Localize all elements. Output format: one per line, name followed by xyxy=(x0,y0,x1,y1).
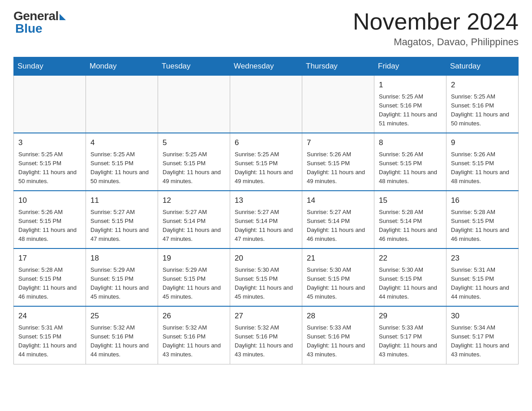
calendar-cell: 8Sunrise: 5:26 AM Sunset: 5:15 PM Daylig… xyxy=(374,133,446,191)
calendar-cell: 9Sunrise: 5:26 AM Sunset: 5:15 PM Daylig… xyxy=(446,133,519,191)
day-info: Sunrise: 5:25 AM Sunset: 5:16 PM Dayligh… xyxy=(451,92,514,128)
calendar-week-row: 3Sunrise: 5:25 AM Sunset: 5:15 PM Daylig… xyxy=(14,133,519,191)
day-info: Sunrise: 5:26 AM Sunset: 5:15 PM Dayligh… xyxy=(379,150,442,186)
calendar-week-row: 10Sunrise: 5:26 AM Sunset: 5:15 PM Dayli… xyxy=(14,191,519,248)
day-info: Sunrise: 5:27 AM Sunset: 5:14 PM Dayligh… xyxy=(307,208,369,244)
calendar-cell: 23Sunrise: 5:31 AM Sunset: 5:15 PM Dayli… xyxy=(446,248,519,306)
calendar-header-row: SundayMondayTuesdayWednesdayThursdayFrid… xyxy=(14,57,519,76)
day-number: 24 xyxy=(18,310,81,322)
logo: General Blue xyxy=(13,9,66,36)
calendar-cell: 27Sunrise: 5:32 AM Sunset: 5:16 PM Dayli… xyxy=(230,306,302,364)
calendar-cell: 6Sunrise: 5:25 AM Sunset: 5:15 PM Daylig… xyxy=(230,133,302,191)
calendar-week-row: 17Sunrise: 5:28 AM Sunset: 5:15 PM Dayli… xyxy=(14,248,519,306)
calendar-cell: 11Sunrise: 5:27 AM Sunset: 5:15 PM Dayli… xyxy=(86,191,158,248)
day-info: Sunrise: 5:28 AM Sunset: 5:15 PM Dayligh… xyxy=(18,265,81,302)
day-info: Sunrise: 5:25 AM Sunset: 5:15 PM Dayligh… xyxy=(90,150,153,186)
calendar-cell: 1Sunrise: 5:25 AM Sunset: 5:16 PM Daylig… xyxy=(374,76,446,133)
day-header-saturday: Saturday xyxy=(446,57,519,76)
day-number: 18 xyxy=(90,253,153,264)
day-number: 13 xyxy=(235,195,297,206)
day-header-friday: Friday xyxy=(374,57,446,76)
day-number: 12 xyxy=(163,195,225,206)
day-info: Sunrise: 5:27 AM Sunset: 5:14 PM Dayligh… xyxy=(163,208,225,244)
calendar-cell: 25Sunrise: 5:32 AM Sunset: 5:16 PM Dayli… xyxy=(86,306,158,364)
calendar-cell xyxy=(302,76,374,133)
calendar-cell: 22Sunrise: 5:30 AM Sunset: 5:15 PM Dayli… xyxy=(374,248,446,306)
day-info: Sunrise: 5:30 AM Sunset: 5:15 PM Dayligh… xyxy=(307,265,369,302)
day-info: Sunrise: 5:29 AM Sunset: 5:15 PM Dayligh… xyxy=(163,265,225,302)
calendar-cell: 28Sunrise: 5:33 AM Sunset: 5:16 PM Dayli… xyxy=(302,306,374,364)
day-info: Sunrise: 5:25 AM Sunset: 5:15 PM Dayligh… xyxy=(163,150,225,186)
calendar-cell: 19Sunrise: 5:29 AM Sunset: 5:15 PM Dayli… xyxy=(158,248,230,306)
day-info: Sunrise: 5:25 AM Sunset: 5:15 PM Dayligh… xyxy=(235,150,297,186)
calendar-cell: 17Sunrise: 5:28 AM Sunset: 5:15 PM Dayli… xyxy=(14,248,86,306)
calendar-cell: 13Sunrise: 5:27 AM Sunset: 5:14 PM Dayli… xyxy=(230,191,302,248)
day-number: 16 xyxy=(451,195,514,206)
calendar-cell: 20Sunrise: 5:30 AM Sunset: 5:15 PM Dayli… xyxy=(230,248,302,306)
day-info: Sunrise: 5:28 AM Sunset: 5:14 PM Dayligh… xyxy=(379,208,442,244)
day-number: 26 xyxy=(163,310,225,322)
calendar-table: SundayMondayTuesdayWednesdayThursdayFrid… xyxy=(13,57,519,364)
day-number: 5 xyxy=(163,137,225,149)
calendar-cell xyxy=(230,76,302,133)
day-header-sunday: Sunday xyxy=(14,57,86,76)
day-number: 1 xyxy=(379,79,442,91)
page-header: General Blue November 2024 Magatos, Dava… xyxy=(13,9,519,48)
day-info: Sunrise: 5:26 AM Sunset: 5:15 PM Dayligh… xyxy=(451,150,514,186)
day-number: 19 xyxy=(163,253,225,264)
day-number: 21 xyxy=(307,253,369,264)
day-number: 28 xyxy=(307,310,369,322)
day-info: Sunrise: 5:27 AM Sunset: 5:15 PM Dayligh… xyxy=(90,208,153,244)
day-number: 9 xyxy=(451,137,514,149)
location-text: Magatos, Davao, Philippines xyxy=(353,36,519,48)
title-section: November 2024 Magatos, Davao, Philippine… xyxy=(353,9,519,48)
day-info: Sunrise: 5:25 AM Sunset: 5:16 PM Dayligh… xyxy=(379,92,442,128)
calendar-cell: 14Sunrise: 5:27 AM Sunset: 5:14 PM Dayli… xyxy=(302,191,374,248)
day-info: Sunrise: 5:31 AM Sunset: 5:15 PM Dayligh… xyxy=(451,265,514,302)
day-header-wednesday: Wednesday xyxy=(230,57,302,76)
logo-blue-text: Blue xyxy=(13,21,43,36)
day-number: 10 xyxy=(18,195,81,206)
calendar-cell: 10Sunrise: 5:26 AM Sunset: 5:15 PM Dayli… xyxy=(14,191,86,248)
calendar-cell: 15Sunrise: 5:28 AM Sunset: 5:14 PM Dayli… xyxy=(374,191,446,248)
day-number: 3 xyxy=(18,137,81,149)
day-number: 20 xyxy=(235,253,297,264)
day-info: Sunrise: 5:34 AM Sunset: 5:17 PM Dayligh… xyxy=(451,323,514,360)
day-info: Sunrise: 5:33 AM Sunset: 5:17 PM Dayligh… xyxy=(379,323,442,360)
day-header-tuesday: Tuesday xyxy=(158,57,230,76)
calendar-cell xyxy=(158,76,230,133)
day-number: 14 xyxy=(307,195,369,206)
day-info: Sunrise: 5:25 AM Sunset: 5:15 PM Dayligh… xyxy=(18,150,81,186)
day-info: Sunrise: 5:30 AM Sunset: 5:15 PM Dayligh… xyxy=(235,265,297,302)
calendar-cell: 12Sunrise: 5:27 AM Sunset: 5:14 PM Dayli… xyxy=(158,191,230,248)
day-number: 23 xyxy=(451,253,514,264)
day-info: Sunrise: 5:26 AM Sunset: 5:15 PM Dayligh… xyxy=(307,150,369,186)
calendar-cell: 21Sunrise: 5:30 AM Sunset: 5:15 PM Dayli… xyxy=(302,248,374,306)
day-number: 22 xyxy=(379,253,442,264)
day-info: Sunrise: 5:27 AM Sunset: 5:14 PM Dayligh… xyxy=(235,208,297,244)
calendar-cell: 29Sunrise: 5:33 AM Sunset: 5:17 PM Dayli… xyxy=(374,306,446,364)
day-number: 6 xyxy=(235,137,297,149)
logo-triangle-icon xyxy=(60,14,66,20)
calendar-week-row: 24Sunrise: 5:31 AM Sunset: 5:15 PM Dayli… xyxy=(14,306,519,364)
day-number: 27 xyxy=(235,310,297,322)
day-number: 7 xyxy=(307,137,369,149)
calendar-cell xyxy=(86,76,158,133)
calendar-cell: 30Sunrise: 5:34 AM Sunset: 5:17 PM Dayli… xyxy=(446,306,519,364)
day-header-thursday: Thursday xyxy=(302,57,374,76)
day-info: Sunrise: 5:29 AM Sunset: 5:15 PM Dayligh… xyxy=(90,265,153,302)
calendar-cell: 24Sunrise: 5:31 AM Sunset: 5:15 PM Dayli… xyxy=(14,306,86,364)
day-number: 30 xyxy=(451,310,514,322)
day-info: Sunrise: 5:32 AM Sunset: 5:16 PM Dayligh… xyxy=(235,323,297,360)
calendar-cell: 18Sunrise: 5:29 AM Sunset: 5:15 PM Dayli… xyxy=(86,248,158,306)
calendar-cell: 3Sunrise: 5:25 AM Sunset: 5:15 PM Daylig… xyxy=(14,133,86,191)
month-title: November 2024 xyxy=(353,9,519,34)
day-info: Sunrise: 5:26 AM Sunset: 5:15 PM Dayligh… xyxy=(18,208,81,244)
calendar-cell: 2Sunrise: 5:25 AM Sunset: 5:16 PM Daylig… xyxy=(446,76,519,133)
day-number: 15 xyxy=(379,195,442,206)
calendar-week-row: 1Sunrise: 5:25 AM Sunset: 5:16 PM Daylig… xyxy=(14,76,519,133)
day-number: 17 xyxy=(18,253,81,264)
day-number: 8 xyxy=(379,137,442,149)
day-info: Sunrise: 5:31 AM Sunset: 5:15 PM Dayligh… xyxy=(18,323,81,360)
day-info: Sunrise: 5:33 AM Sunset: 5:16 PM Dayligh… xyxy=(307,323,369,360)
